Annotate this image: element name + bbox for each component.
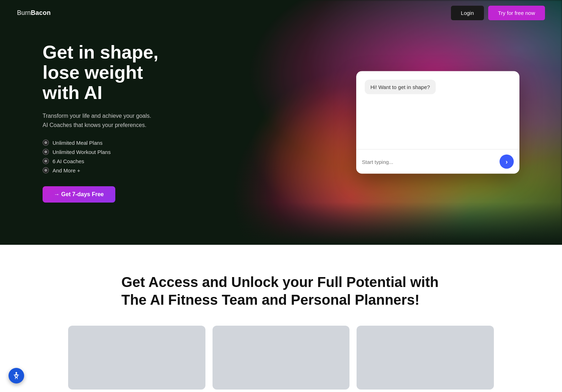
hero-subtitle-line2: AI Coaches that knows your preferences. xyxy=(43,122,147,128)
feature-dot-4 xyxy=(43,167,49,173)
hero-subtitle-line1: Transform your life and achieve your goa… xyxy=(43,113,151,119)
chat-send-button[interactable]: › xyxy=(500,155,514,169)
card-1 xyxy=(68,326,205,390)
try-free-button[interactable]: Try for free now xyxy=(488,6,545,20)
hero-bottom-fade xyxy=(0,202,562,245)
logo-text-plain: Burn xyxy=(17,9,31,16)
hero-subtitle: Transform your life and achieve your goa… xyxy=(43,111,184,129)
chat-input[interactable] xyxy=(362,159,495,165)
features-section: Get Access and Unlock your Full Potentia… xyxy=(0,245,562,392)
feature-item-3: 6 AI Coaches xyxy=(43,158,184,164)
send-icon: › xyxy=(506,158,508,165)
hero-section: Get in shape, lose weight with AI Transf… xyxy=(0,0,562,245)
feature-item-2: Unlimited Workout Plans xyxy=(43,149,184,155)
login-button[interactable]: Login xyxy=(451,6,484,20)
cards-row xyxy=(68,326,494,390)
feature-dot-3 xyxy=(43,158,49,164)
accessibility-widget[interactable] xyxy=(9,368,24,383)
logo: BurnBacon xyxy=(17,9,51,17)
feature-label-3: 6 AI Coaches xyxy=(53,158,84,164)
hero-content: Get in shape, lose weight with AI Transf… xyxy=(0,42,184,203)
accessibility-icon xyxy=(12,371,21,380)
chat-footer: › xyxy=(356,149,519,174)
card-2 xyxy=(213,326,350,390)
chat-body: Hi! Want to get in shape? xyxy=(356,71,519,149)
feature-dot-1 xyxy=(43,139,49,146)
card-3 xyxy=(357,326,494,390)
section-title: Get Access and Unlock your Full Potentia… xyxy=(121,273,441,309)
navbar: BurnBacon Login Try for free now xyxy=(0,0,562,26)
feature-label-4: And More + xyxy=(53,167,80,173)
feature-item-1: Unlimited Meal Plans xyxy=(43,139,184,146)
get-free-button[interactable]: → Get 7-days Free xyxy=(43,186,115,203)
feature-dot-2 xyxy=(43,149,49,155)
chat-greeting: Hi! Want to get in shape? xyxy=(365,80,436,94)
feature-label-1: Unlimited Meal Plans xyxy=(53,140,103,146)
chat-widget: Hi! Want to get in shape? › xyxy=(356,71,519,174)
feature-label-2: Unlimited Workout Plans xyxy=(53,149,111,155)
hero-title: Get in shape, lose weight with AI xyxy=(43,42,184,103)
logo-text-bold: Bacon xyxy=(31,9,51,16)
nav-actions: Login Try for free now xyxy=(451,6,545,20)
feature-item-4: And More + xyxy=(43,167,184,173)
hero-features-list: Unlimited Meal Plans Unlimited Workout P… xyxy=(43,139,184,173)
